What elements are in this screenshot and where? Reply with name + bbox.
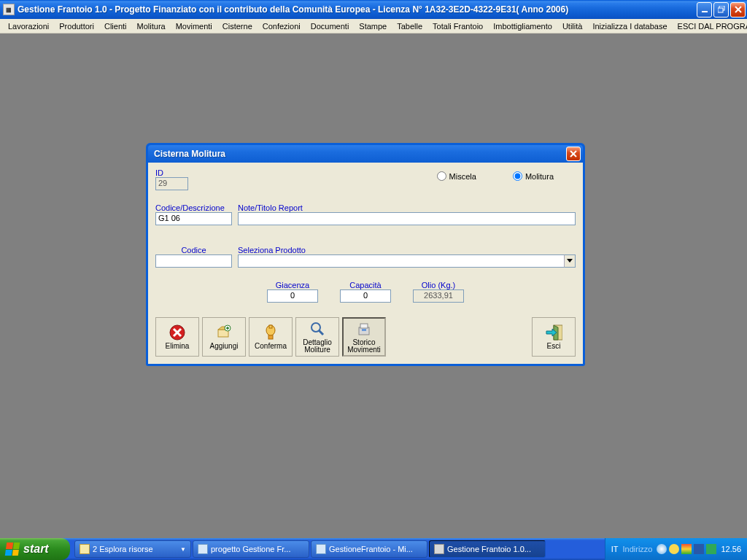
radio-molitura[interactable]: Molitura (513, 171, 554, 181)
taskbar-item-gestione-frantoio[interactable]: Gestione Frantoio 1.0... (429, 540, 546, 558)
elimina-button[interactable]: Elimina (155, 317, 199, 357)
seleziona-prodotto-label: Seleziona Prodotto (238, 246, 576, 254)
menu-cisterne[interactable]: Cisterne (217, 20, 258, 32)
codice-field[interactable] (155, 254, 232, 268)
clock[interactable]: 12.56 (721, 545, 741, 553)
aggiungi-label: Aggiungi (210, 343, 239, 351)
menu-molitura[interactable]: Molitura (132, 20, 171, 32)
taskbar-item-explorer[interactable]: 2 Esplora risorse▼ (74, 540, 191, 558)
menu-clienti[interactable]: Clienti (99, 20, 132, 32)
dialog-close-button[interactable] (566, 147, 581, 161)
taskbar-buttons: 2 Esplora risorse▼ progetto Gestione Fr.… (70, 538, 605, 560)
system-tray: IT Indirizzo 12.56 (605, 538, 747, 560)
menu-tabelle[interactable]: Tabelle (392, 20, 427, 32)
note-field[interactable] (238, 212, 576, 225)
menu-confezioni[interactable]: Confezioni (258, 20, 306, 32)
taskbar: start 2 Esplora risorse▼ progetto Gestio… (0, 538, 747, 560)
document-icon (198, 544, 208, 554)
taskbar-item-gestionefrantoio-mi[interactable]: GestioneFrantoio - Mi... (311, 540, 427, 558)
svg-marker-7 (567, 259, 573, 262)
menu-utilita[interactable]: Utilità (557, 20, 588, 32)
codice-descr-label: Codice/Descrizione (155, 203, 232, 212)
dialog-title: Cisterna Molitura (154, 149, 566, 159)
tray-icon-4[interactable] (694, 544, 704, 554)
menu-totali-frantoio[interactable]: Totali Frantoio (427, 20, 488, 32)
dettaglio-label: Dettaglio Moliture (298, 339, 337, 354)
dialog-titlebar: Cisterna Molitura (148, 145, 583, 163)
detail-icon (309, 320, 326, 338)
folder-icon (80, 544, 90, 554)
minimize-button[interactable] (697, 2, 712, 18)
close-button[interactable] (730, 2, 746, 18)
restore-button[interactable] (713, 2, 729, 18)
svg-rect-23 (362, 329, 366, 331)
add-icon (215, 324, 233, 341)
menu-imbottigliamento[interactable]: Imbottigliamento (488, 20, 557, 32)
storico-label: Storico Movimenti (345, 339, 383, 354)
history-icon (355, 320, 373, 338)
tray-icon-5[interactable] (706, 544, 716, 554)
menu-esci[interactable]: ESCI DAL PROGRAMMA (673, 20, 747, 32)
id-label: ID (155, 168, 199, 177)
tray-icon-3[interactable] (681, 544, 692, 554)
window-title: Gestione Frantoio 1.0 - Progetto Finanzi… (18, 4, 697, 15)
codice-descr-field[interactable]: G1 06 (155, 212, 232, 225)
main-titlebar: ▦ Gestione Frantoio 1.0 - Progetto Finan… (0, 0, 747, 19)
codice-label: Codice (155, 246, 232, 254)
svg-rect-18 (269, 325, 272, 328)
cisterna-molitura-dialog: Cisterna Molitura ID 29 Miscela Molitura… (146, 143, 585, 366)
note-label: Note/Titolo Report (238, 203, 576, 212)
svg-line-20 (319, 330, 323, 335)
capacita-label: Capacità (340, 281, 391, 289)
taskbar-item-progetto[interactable]: progetto Gestione Fr... (193, 540, 309, 558)
storico-movimenti-button[interactable]: Storico Movimenti (342, 317, 386, 357)
confirm-icon (262, 324, 279, 341)
start-button[interactable]: start (0, 538, 70, 560)
tray-icon-1[interactable] (657, 544, 667, 554)
app-icon: ▦ (3, 4, 15, 15)
conferma-button[interactable]: Conferma (249, 317, 293, 357)
svg-rect-22 (360, 324, 368, 328)
menu-movimenti[interactable]: Movimenti (171, 20, 217, 32)
menu-produttori[interactable]: Produttori (54, 20, 99, 32)
esci-label: Esci (547, 343, 561, 351)
tray-icon-2[interactable] (669, 544, 679, 554)
esci-button[interactable]: Esci (532, 317, 576, 357)
address-label: Indirizzo (623, 545, 653, 553)
aggiungi-button[interactable]: Aggiungi (202, 317, 246, 357)
mdi-area: Cisterna Molitura ID 29 Miscela Molitura… (0, 34, 747, 538)
menu-inizializza-db[interactable]: Inizializza I database (587, 20, 672, 32)
olio-field: 2633,91 (413, 289, 464, 303)
giacenza-field[interactable]: 0 (267, 289, 318, 303)
menu-documenti[interactable]: Documenti (306, 20, 355, 32)
dettaglio-moliture-button[interactable]: Dettaglio Moliture (295, 317, 339, 357)
id-field: 29 (155, 177, 188, 190)
exit-icon (545, 324, 562, 341)
menubar: Lavorazioni Produttori Clienti Molitura … (0, 19, 747, 34)
app-icon (434, 544, 444, 554)
delete-icon (169, 324, 186, 341)
svg-rect-2 (718, 8, 723, 12)
menu-lavorazioni[interactable]: Lavorazioni (3, 20, 54, 32)
chevron-down-icon: ▼ (180, 546, 186, 553)
elimina-label: Elimina (166, 343, 190, 351)
olio-label: Olio (Kg.) (413, 281, 464, 289)
windows-logo-icon (5, 542, 20, 556)
language-indicator[interactable]: IT (611, 545, 619, 553)
document-icon (316, 544, 326, 554)
prodotto-dropdown-button[interactable] (564, 254, 576, 268)
svg-rect-0 (702, 11, 708, 12)
menu-stampe[interactable]: Stampe (354, 20, 392, 32)
prodotto-field[interactable] (238, 254, 576, 268)
capacita-field[interactable]: 0 (340, 289, 391, 303)
giacenza-label: Giacenza (267, 281, 318, 289)
conferma-label: Conferma (255, 343, 287, 351)
start-label: start (23, 542, 49, 556)
radio-miscela[interactable]: Miscela (437, 171, 476, 181)
